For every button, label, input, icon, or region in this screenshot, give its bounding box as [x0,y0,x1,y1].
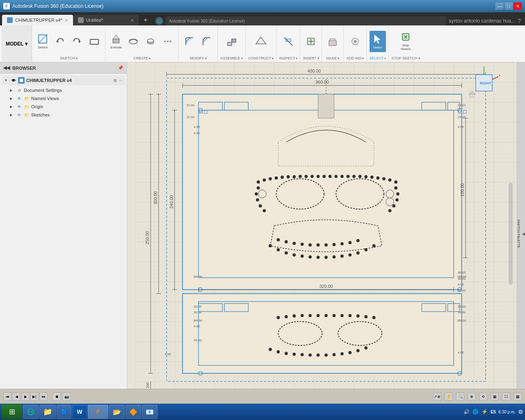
camera-btn[interactable]: 📷 [62,393,71,401]
rect-btn[interactable] [86,31,103,52]
select-section-label[interactable]: SELECT [369,56,386,60]
snap-btn[interactable]: ▦ [514,393,522,401]
addins-section-label[interactable]: ADD-INS [346,56,364,60]
titlebar-controls[interactable]: — □ ✕ [495,2,522,10]
close-button[interactable]: ✕ [514,2,522,10]
sketches-expand[interactable]: ▶ [10,113,15,117]
tab-untitled[interactable]: Untitled* ✕ [73,15,139,25]
svg-point-59 [310,175,314,178]
root-action-icon[interactable]: ⋯ [119,78,123,83]
canvas-area[interactable]: x y RIGHT [127,62,525,405]
construct-section-label[interactable]: CONSTRUCT [248,56,274,60]
create-more-btn[interactable] [160,31,176,52]
taskbar-mail[interactable]: 📧 [142,405,158,419]
model-dropdown[interactable]: MODEL ▾ [2,25,32,62]
taskbar-app3[interactable]: 🔵 [57,405,71,419]
tree-item-origin[interactable]: ▶ 👁 📁 Origin [8,103,125,111]
svg-point-117 [340,314,344,317]
sketch-palette-collapse[interactable]: ◀ [522,231,525,237]
namedviews-expand[interactable]: ▶ [10,96,15,100]
sketch-btn[interactable]: Sketch [34,31,51,52]
redo-btn[interactable] [69,31,85,52]
help-button[interactable]: ? [518,18,521,24]
svg-text:360.00: 360.00 [315,80,329,84]
orbit-btn[interactable]: ↗⊕ [433,393,441,401]
svg-point-112 [301,314,304,317]
sketch-section-label[interactable]: SKETCH [60,56,78,60]
svg-text:30.00: 30.00 [458,310,466,314]
sketch-palette-panel[interactable]: ◀ SKETCH PALETTE [517,62,525,405]
inspect-btn[interactable] [280,31,297,52]
undo-btn[interactable] [52,31,68,52]
zoomfit-btn[interactable]: ⊕ [468,393,476,401]
make-section-label[interactable]: MAKE [326,56,340,60]
tree-item-settings[interactable]: ▶ ⚙ Document Settings [8,86,125,94]
svg-point-94 [348,253,352,257]
grid-btn[interactable]: ▦ [491,393,499,401]
svg-text:30.00: 30.00 [194,310,202,314]
addins-btn[interactable] [347,31,363,52]
modify-section-label[interactable]: MODIFY [190,56,207,60]
systray-settings[interactable]: ⚙ [518,409,523,415]
taskbar-fusion[interactable]: F [88,405,108,419]
root-expand[interactable]: ▼ [4,78,9,82]
taskbar-app7[interactable]: 🔶 [126,405,141,419]
stopsketch-btn[interactable]: Stop Sketch [397,31,414,52]
new-tab-button[interactable]: + [140,15,151,25]
assemble-btn[interactable] [224,31,240,52]
tab-close-button-2[interactable]: ✕ [130,18,134,23]
make-btn[interactable] [324,31,341,52]
svg-text:200: 200 [146,382,150,388]
zoom-btn[interactable]: 🔍 [456,393,464,401]
svg-point-120 [364,315,368,318]
tab-chimuetrupper[interactable]: CHIMUETRUPPER v4* ✕ [2,15,73,25]
assemble-section-label[interactable]: ASSEMBLE [220,56,243,60]
vertical-scrollbar[interactable] [509,183,513,285]
origin-expand[interactable]: ▶ [10,105,15,109]
nav-first-btn[interactable]: ⏮ [3,393,11,401]
inspect-section-label[interactable]: INSPECT [279,56,297,60]
start-button[interactable]: ⊞ [2,404,22,419]
nav-last-btn[interactable]: ⏭ [39,393,48,401]
taskbar-ie[interactable] [23,405,39,419]
record-btn[interactable]: ⏺ [52,393,61,401]
settings-expand[interactable]: ▶ [10,88,15,92]
tree-item-sketches[interactable]: ▶ 👁 📁 Sketches [8,111,125,119]
revolve-btn[interactable] [125,31,142,52]
address-bar[interactable]: Autodesk Fusion 360 (Education License) [166,16,446,25]
create-section-label[interactable]: CREATE [133,56,151,60]
tree-item-root[interactable]: ▼ 👁 CHIMUETRUPPER v4 ⚙ ⋯ [2,75,125,85]
systray-lang: ES [491,410,496,414]
viewcube[interactable]: x y RIGHT [468,66,500,99]
view-btn[interactable]: ⟲ [479,393,487,401]
taskbar-word[interactable]: W [72,405,87,419]
tab-close-button[interactable]: ✕ [65,18,68,23]
eye-icon-3: 👁 [16,112,22,118]
extrude-btn[interactable]: Extrude [108,31,124,52]
construct-btn[interactable] [253,31,269,52]
tree-item-namedviews[interactable]: ▶ 👁 📁 Named Views [8,94,125,103]
chamfer-btn[interactable] [199,31,215,52]
minimize-button[interactable]: — [495,2,504,10]
pan-btn[interactable]: ✋ [445,393,453,401]
svg-point-86 [285,251,288,255]
hole-btn[interactable] [142,31,159,52]
insert-section-label[interactable]: INSERT [303,56,319,60]
browser-collapse[interactable]: ◀◀ [3,65,10,71]
taskbar-folder[interactable]: 📁 [39,405,56,419]
insert-btn[interactable] [303,31,319,52]
root-settings-icon[interactable]: ⚙ [113,78,117,83]
browser-content: ▼ 👁 CHIMUETRUPPER v4 ⚙ ⋯ ▶ ⚙ Document Se… [0,74,127,394]
fillet-btn[interactable] [181,31,198,52]
display-btn[interactable]: ☐ [502,393,510,401]
user-account[interactable]: ayrton antonio cardenas hua... [449,18,515,24]
taskbar-explorer[interactable]: 📂 [109,405,125,419]
stopsketch-section-label[interactable]: STOP SKETCH [391,56,420,60]
nav-next-btn[interactable]: ▶| [30,393,39,401]
nav-prev-btn[interactable]: ◀ [12,393,21,401]
svg-point-12 [170,41,171,42]
select-btn[interactable]: Select [370,31,386,52]
nav-play-btn[interactable]: ▶ [21,393,30,401]
maximize-button[interactable]: □ [504,2,513,10]
browser-pin[interactable]: 📌 [118,65,123,71]
